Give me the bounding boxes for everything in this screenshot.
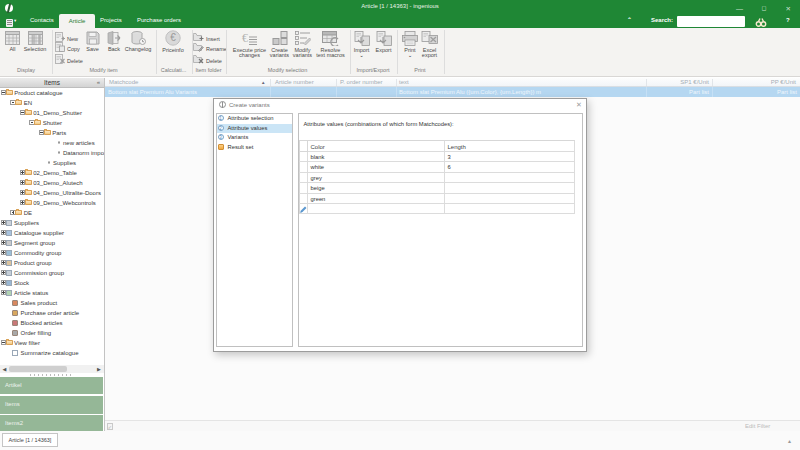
svg-text:€: € (170, 32, 176, 43)
svg-text:€: € (242, 31, 248, 45)
